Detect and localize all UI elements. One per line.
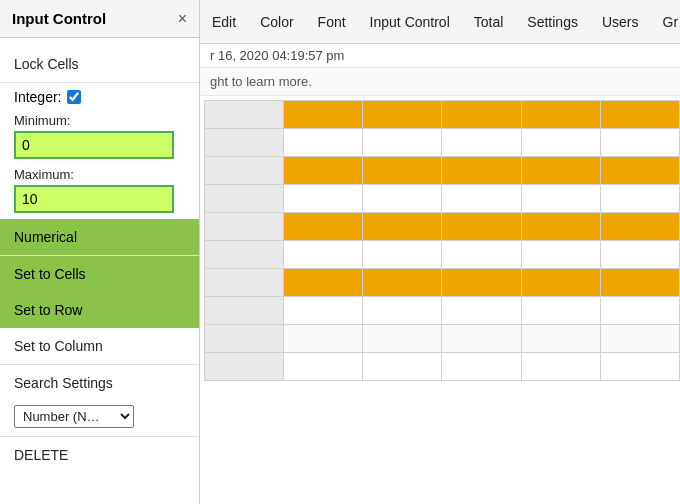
table-cell[interactable] xyxy=(284,129,363,157)
table-cell[interactable] xyxy=(284,353,363,381)
row-header xyxy=(205,185,284,213)
sidebar-item-delete[interactable]: DELETE xyxy=(0,437,199,473)
sidebar-item-lock-cells[interactable]: Lock Cells xyxy=(0,46,199,82)
row-header xyxy=(205,213,284,241)
table-cell[interactable] xyxy=(600,325,679,353)
table-cell[interactable] xyxy=(442,297,521,325)
menu-item-settings[interactable]: Settings xyxy=(523,12,582,32)
sidebar-header: Input Control × xyxy=(0,0,199,38)
table-row xyxy=(205,269,680,297)
info-text: ght to learn more. xyxy=(210,74,312,89)
table-cell[interactable] xyxy=(600,101,679,129)
row-header xyxy=(205,297,284,325)
table-cell[interactable] xyxy=(521,213,600,241)
table-cell[interactable] xyxy=(442,157,521,185)
table-cell[interactable] xyxy=(363,129,442,157)
info-bar: ght to learn more. xyxy=(200,68,680,96)
menu-item-total[interactable]: Total xyxy=(470,12,508,32)
table-row xyxy=(205,101,680,129)
integer-checkbox[interactable] xyxy=(67,90,81,104)
sidebar-item-search-settings[interactable]: Search Settings xyxy=(0,365,199,401)
table-cell[interactable] xyxy=(442,101,521,129)
sidebar-content: Lock Cells Integer: Minimum: Maximum: Nu… xyxy=(0,38,199,504)
table-cell[interactable] xyxy=(442,269,521,297)
menu-item-font[interactable]: Font xyxy=(314,12,350,32)
table-cell[interactable] xyxy=(284,269,363,297)
table-cell[interactable] xyxy=(284,325,363,353)
table-cell[interactable] xyxy=(284,297,363,325)
table-cell[interactable] xyxy=(521,297,600,325)
minimum-input[interactable] xyxy=(14,131,174,159)
table-cell[interactable] xyxy=(442,353,521,381)
sidebar-panel: Input Control × Lock Cells Integer: Mini… xyxy=(0,0,200,504)
table-cell[interactable] xyxy=(284,241,363,269)
table-cell[interactable] xyxy=(600,297,679,325)
integer-row: Integer: xyxy=(0,83,199,111)
table-cell[interactable] xyxy=(600,213,679,241)
timestamp-bar: r 16, 2020 04:19:57 pm xyxy=(200,44,680,68)
table-cell[interactable] xyxy=(600,269,679,297)
menu-item-users[interactable]: Users xyxy=(598,12,643,32)
table-cell[interactable] xyxy=(284,185,363,213)
number-dropdown-row: Number (N… Text Date xyxy=(0,401,199,436)
menu-item-input-control[interactable]: Input Control xyxy=(366,12,454,32)
table-cell[interactable] xyxy=(363,353,442,381)
table-row xyxy=(205,213,680,241)
table-cell[interactable] xyxy=(521,101,600,129)
table-cell[interactable] xyxy=(442,129,521,157)
table-cell[interactable] xyxy=(521,185,600,213)
table-cell[interactable] xyxy=(442,241,521,269)
table-cell[interactable] xyxy=(600,185,679,213)
table-cell[interactable] xyxy=(363,157,442,185)
table-cell[interactable] xyxy=(521,129,600,157)
sidebar-item-set-to-cells[interactable]: Set to Cells xyxy=(0,256,199,292)
sidebar-item-set-to-row[interactable]: Set to Row xyxy=(0,292,199,328)
timestamp-text: r 16, 2020 04:19:57 pm xyxy=(210,48,344,63)
row-header xyxy=(205,353,284,381)
table-cell[interactable] xyxy=(284,213,363,241)
table-row xyxy=(205,157,680,185)
table-cell[interactable] xyxy=(521,241,600,269)
table-row xyxy=(205,129,680,157)
table-cell[interactable] xyxy=(363,269,442,297)
row-header xyxy=(205,129,284,157)
table-cell[interactable] xyxy=(363,297,442,325)
app-container: Input Control × Lock Cells Integer: Mini… xyxy=(0,0,680,504)
menu-item-color[interactable]: Color xyxy=(256,12,297,32)
row-header xyxy=(205,157,284,185)
row-header xyxy=(205,241,284,269)
table-cell[interactable] xyxy=(363,325,442,353)
table-cell[interactable] xyxy=(442,213,521,241)
maximum-input[interactable] xyxy=(14,185,174,213)
table-cell[interactable] xyxy=(521,325,600,353)
table-cell[interactable] xyxy=(284,101,363,129)
table-cell[interactable] xyxy=(363,101,442,129)
table-cell[interactable] xyxy=(363,241,442,269)
table-cell[interactable] xyxy=(600,129,679,157)
table-row xyxy=(205,353,680,381)
number-type-select[interactable]: Number (N… Text Date xyxy=(14,405,134,428)
sidebar-close-button[interactable]: × xyxy=(178,11,187,27)
table-row xyxy=(205,297,680,325)
sidebar-item-set-to-column[interactable]: Set to Column xyxy=(0,328,199,364)
table-cell[interactable] xyxy=(600,353,679,381)
main-content: Edit Color Font Input Control Total Sett… xyxy=(200,0,680,504)
integer-label: Integer: xyxy=(14,89,61,105)
table-cell[interactable] xyxy=(521,269,600,297)
table-cell[interactable] xyxy=(363,185,442,213)
sidebar-title: Input Control xyxy=(12,10,106,27)
maximum-group: Maximum: xyxy=(0,165,199,219)
table-cell[interactable] xyxy=(521,353,600,381)
table-cell[interactable] xyxy=(442,185,521,213)
menu-item-gr[interactable]: Gr… xyxy=(659,12,680,32)
menu-item-edit[interactable]: Edit xyxy=(208,12,240,32)
table-cell[interactable] xyxy=(521,157,600,185)
data-table xyxy=(204,100,680,381)
sidebar-item-numerical[interactable]: Numerical xyxy=(0,219,199,255)
table-cell[interactable] xyxy=(363,213,442,241)
maximum-label: Maximum: xyxy=(14,167,185,182)
table-cell[interactable] xyxy=(600,157,679,185)
table-cell[interactable] xyxy=(284,157,363,185)
table-cell[interactable] xyxy=(600,241,679,269)
table-cell[interactable] xyxy=(442,325,521,353)
